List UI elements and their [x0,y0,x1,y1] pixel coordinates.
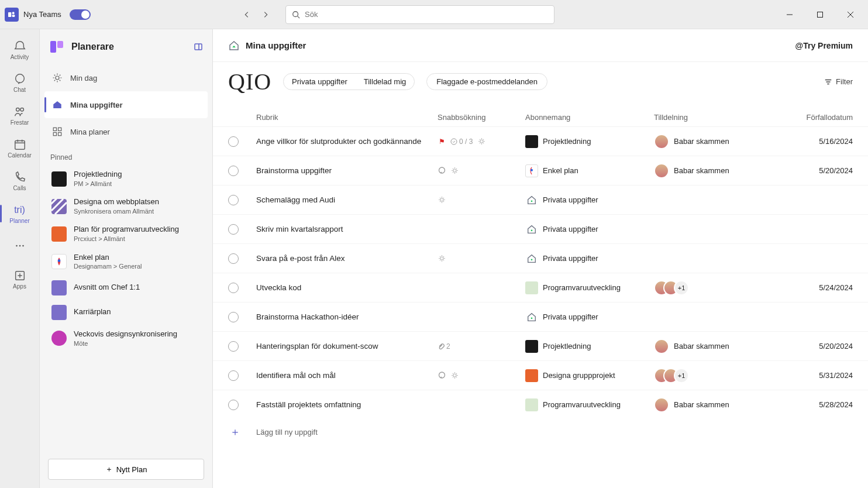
rail-apps[interactable]: Apps [2,263,37,295]
task-title: Fastställ projektets omfattning [256,400,361,409]
more-icon [13,239,26,252]
svg-point-28 [531,200,533,202]
more-assignees: +1 [674,368,689,383]
complete-radio[interactable] [228,136,239,147]
close-button[interactable] [838,5,863,24]
sidebar-myplans[interactable]: Mina planer [44,118,208,145]
nav-back-button[interactable] [239,6,255,23]
house-icon [525,311,538,324]
complete-radio[interactable] [228,253,239,264]
planner-logo-icon [49,39,66,55]
complete-radio[interactable] [228,166,239,176]
svg-rect-0 [8,12,11,17]
add-task-row[interactable]: ＋ Lägg till ny uppgift [213,419,868,445]
svg-rect-20 [58,133,61,136]
tab-privata[interactable]: Privata uppgifter [284,74,356,90]
rail-calls[interactable]: Calls [2,165,37,197]
task-row[interactable]: Brainstorma Hackathon-idéer Privata uppg… [213,302,868,331]
flag-icon: ⚑ [438,138,446,146]
mytasks-icon [51,99,63,111]
col-due[interactable]: Förfallodatum [794,113,853,122]
task-row[interactable]: Fastställ projektets omfattning Programv… [213,390,868,419]
pinned-item-2[interactable]: Plan för programvaruutvecklingPrcxiuct >… [44,220,208,248]
rail-planner[interactable]: tri)Planner [2,198,37,229]
app-name: Nya Teams [23,10,61,19]
pinned-icon [51,254,67,269]
plan-icon [525,135,538,148]
teams-logo-icon [5,8,19,22]
maximize-button[interactable] [807,5,833,24]
svg-rect-14 [57,41,63,48]
task-row[interactable]: Skriv min kvartalsrapport Privata uppgif… [213,214,868,243]
complete-radio[interactable] [228,370,239,381]
task-row[interactable]: Utveckla kod Programvaruutveckling +1 5/… [213,273,868,302]
pinned-item-5[interactable]: Karriärplan [44,300,208,325]
my-tasks-icon [228,40,240,51]
due-date: 5/20/2024 [794,342,853,350]
complete-radio[interactable] [228,283,239,293]
svg-rect-13 [50,41,56,53]
sidebar-myday[interactable]: Min dag [44,64,208,91]
col-quick[interactable]: Snabbsökning [438,113,525,122]
task-title: Brainstorma Hackathon-idéer [256,312,359,321]
new-teams-toggle[interactable] [70,9,91,20]
plan-name: Privata uppgifter [543,195,598,204]
svg-point-10 [19,245,20,247]
calendar-icon [13,138,26,151]
plan-name: Projektledning [543,137,591,146]
complete-radio[interactable] [228,312,239,322]
calls-icon [13,171,26,184]
sidebar-mytasks[interactable]: Mina uppgifter [44,91,208,118]
tab-flaggade[interactable]: Flaggade e-postmeddelanden [426,73,547,90]
svg-rect-19 [53,133,56,136]
rail-frestar[interactable]: Frestar [2,99,37,131]
complete-radio[interactable] [228,400,239,410]
complete-radio[interactable] [228,341,239,352]
pinned-item-0[interactable]: ProjektledningPM > Allmänt [44,165,208,193]
avatar [654,397,669,413]
titlebar: Nya Teams [0,0,868,29]
sun-icon [438,196,446,204]
pinned-item-4[interactable]: Avsnitt om Chef 1:1 [44,276,208,300]
svg-point-32 [531,317,533,319]
nav-forward-button[interactable] [257,6,274,23]
note-icon [438,167,446,175]
pinned-item-3[interactable]: Enkel planDesignamam > General [44,248,208,276]
task-row[interactable]: Hanteringsplan för dokument-scow 2 Proje… [213,331,868,360]
plus-icon: ＋ [105,464,113,475]
svg-point-21 [58,259,61,262]
task-row[interactable]: Ange villkor för slutprodukter och godkä… [213,126,868,156]
rail-chat[interactable]: Chat [2,67,37,98]
chat-icon [13,73,26,85]
tab-tilldelad[interactable]: Tilldelad mig [356,74,415,90]
task-row[interactable]: Brainstorma uppgifter Enkel plan Babar s… [213,156,868,185]
search-box[interactable] [285,5,554,24]
pinned-item-1[interactable]: Designa om webbplatsenSynkronisera omam … [44,193,208,220]
task-title: Svara på e-post från Alex [256,254,345,263]
task-row[interactable]: Svara på e-post från Alex Privata uppgif… [213,243,868,273]
sun-icon [450,372,459,380]
pinned-item-6[interactable]: Veckovis designsynkroniseringMöte [44,325,208,352]
filter-button[interactable]: Filter [824,77,853,86]
note-icon [438,372,446,380]
task-row[interactable]: Identifiera mål och mål Designa grupppro… [213,360,868,390]
rail-calendar[interactable]: Calendar [2,132,37,164]
minimize-button[interactable] [777,5,802,24]
new-plan-button[interactable]: ＋ Nytt Plan [48,459,204,480]
task-row[interactable]: Schemalägg med Audi Privata uppgifter [213,185,868,214]
col-title[interactable]: Rubrik [256,113,438,122]
complete-radio[interactable] [228,195,239,205]
svg-point-23 [480,140,483,143]
try-premium-link[interactable]: @Try Premium [795,41,853,50]
search-input[interactable] [305,10,548,19]
col-assign[interactable]: Tilldelning [654,113,794,122]
plan-name: Privata uppgifter [543,254,598,263]
svg-point-34 [453,374,456,377]
rail-more[interactable] [2,231,37,262]
task-title: Hanteringsplan för dokument-scow [256,342,378,350]
complete-radio[interactable] [228,224,239,235]
rail-activity[interactable]: Activity [2,34,37,66]
expand-icon[interactable] [194,42,203,51]
col-sub[interactable]: Abonnemang [525,113,654,122]
myplans-icon [51,126,63,138]
